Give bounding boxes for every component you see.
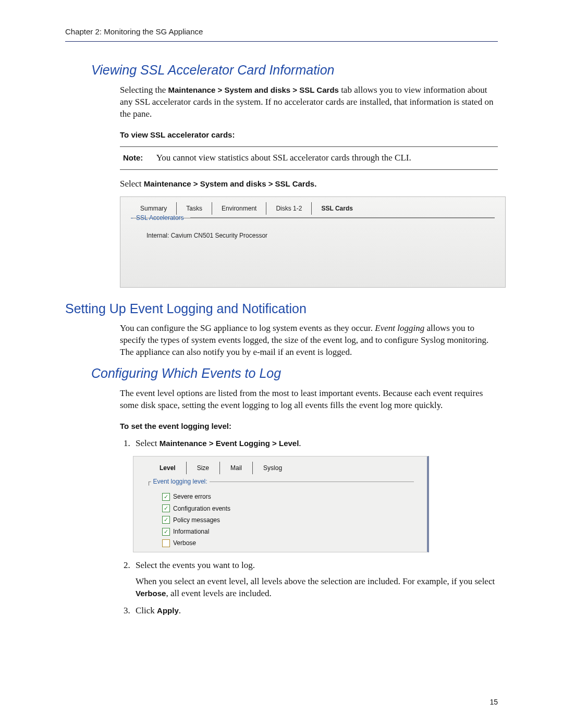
step-2: Select the events you want to log. When … (132, 560, 498, 600)
cb-policy-messages[interactable]: ✓ Policy messages (162, 514, 414, 526)
cb-severe-errors[interactable]: ✓ Severe errors (162, 491, 414, 502)
tab-tasks[interactable]: Tasks (177, 202, 212, 215)
cb-verbose[interactable]: ✓ Verbose (162, 537, 414, 549)
subhead-set-level: To set the event logging level: (120, 421, 498, 431)
tab-syslog[interactable]: Syslog (253, 462, 292, 474)
checkbox-list: ✓ Severe errors ✓ Configuration events ✓… (146, 486, 414, 549)
step-1: Select Maintenance > Event Logging > Lev… (132, 438, 498, 450)
ssl-accel-content: Internal: Cavium CN501 Security Processo… (120, 222, 505, 240)
heading-configuring-events: Configuring Which Events to Log (91, 365, 498, 382)
chapter-text: Chapter 2: Monitoring the SG Appliance (65, 27, 203, 36)
note-label: Note: (123, 153, 154, 163)
para-event-logging: You can configure the SG appliance to lo… (120, 323, 498, 359)
fieldset-label: Event logging level: (151, 477, 210, 486)
cb-informational[interactable]: ✓ Informational (162, 526, 414, 537)
tabs-event: Level Size Mail Syslog (133, 456, 427, 474)
step-3: Click Apply. (132, 605, 498, 617)
subhead-view-ssl: To view SSL accelerator cards: (120, 130, 498, 140)
cb-configuration-events[interactable]: ✓ Configuration events (162, 503, 414, 514)
checkbox-icon[interactable]: ✓ (162, 493, 170, 501)
steps-list: Select Maintenance > Event Logging > Lev… (120, 438, 498, 450)
note-text: You cannot view statistics about SSL acc… (156, 153, 411, 163)
select-instruction: Select Maintenance > System and disks > … (120, 178, 498, 190)
tab-disks[interactable]: Disks 1-2 (266, 202, 312, 215)
steps-list-cont: Select the events you want to log. When … (120, 560, 498, 617)
tab-ssl-cards[interactable]: SSL Cards (312, 202, 362, 215)
chapter-header: Chapter 2: Monitoring the SG Appliance (65, 26, 498, 42)
tab-mail[interactable]: Mail (220, 462, 253, 474)
screenshot-event-level: Level Size Mail Syslog ┌ Event logging l… (133, 456, 429, 552)
checkbox-icon[interactable]: ✓ (162, 516, 170, 524)
fieldset-corner-icon: ┌ (146, 477, 151, 486)
tab-size[interactable]: Size (187, 462, 220, 474)
para-configuring-events: The event level options are listed from … (120, 388, 498, 412)
checkbox-icon[interactable]: ✓ (162, 528, 170, 536)
screenshot-ssl-cards: Summary Tasks Environment Disks 1-2 SSL … (120, 196, 506, 288)
heading-ssl-info: Viewing SSL Accelerator Card Information (91, 61, 498, 79)
page-number: 15 (489, 697, 498, 707)
group-ssl-accel: SSL Accelerators (134, 214, 187, 222)
para-ssl-info: Selecting the Maintenance > System and d… (120, 84, 498, 120)
heading-event-logging: Setting Up Event Logging and Notificatio… (65, 300, 498, 318)
tab-level[interactable]: Level (149, 462, 187, 474)
tabs-ssl: Summary Tasks Environment Disks 1-2 SSL … (120, 197, 505, 215)
checkbox-icon[interactable]: ✓ (162, 504, 170, 512)
checkbox-icon[interactable]: ✓ (162, 539, 170, 547)
tab-environment[interactable]: Environment (212, 202, 266, 215)
note-box: Note: You cannot view statistics about S… (120, 146, 498, 170)
tab-summary[interactable]: Summary (131, 202, 177, 215)
